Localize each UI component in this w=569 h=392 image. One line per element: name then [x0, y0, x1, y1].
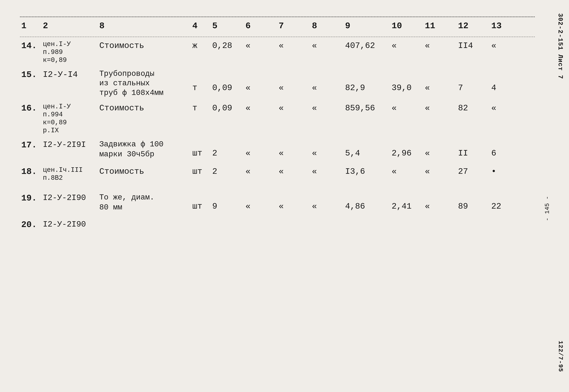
cell-c12: 7: [457, 69, 490, 93]
cell-c12: 27: [457, 166, 490, 177]
table-row: 17. I2-У-2I9I Задвижка ф 100 марки 30ч5б…: [20, 140, 535, 161]
cell-num: 20.: [20, 219, 42, 231]
cell-c12: 89: [457, 193, 490, 212]
cell-code: I2-У-2I9I: [42, 140, 98, 150]
cell-c6: «: [244, 40, 277, 51]
cell-qty: 2: [211, 166, 244, 177]
cell-c11: «: [423, 103, 457, 113]
cell-c6: «: [244, 166, 277, 177]
cell-c13: 6: [490, 140, 523, 159]
col-header-3: 8: [98, 20, 191, 32]
cell-qty: 0,09: [211, 69, 244, 93]
cell-c9: 5,4: [344, 140, 390, 159]
cell-c11: «: [423, 69, 457, 93]
cell-c9: 4,86: [344, 193, 390, 212]
cell-c11: «: [423, 193, 457, 212]
cell-c6: «: [244, 69, 277, 93]
table-row: 18. цен.Iч.III п.8В2 Стоимость шт 2 « « …: [20, 166, 535, 188]
table-row: 15. I2-У-I4 Трубопроводы из стальных тру…: [20, 69, 535, 98]
cell-c10: «: [390, 40, 423, 51]
cell-c13: «: [490, 40, 523, 51]
cell-c11: «: [423, 140, 457, 159]
cell-num: 16.: [20, 103, 42, 114]
col-header-13: 13: [490, 20, 523, 32]
table-row: 14. цен.I-У п.989 к=0,89 Стоимость ж 0,2…: [20, 40, 535, 64]
col-header-6: 6: [244, 20, 277, 32]
table-row: 16. цен.I-У п.994 к=0,89 р.IX Стоимость …: [20, 103, 535, 135]
cell-c7: «: [277, 40, 311, 51]
cell-c13: •: [490, 166, 523, 177]
cell-c11: «: [423, 166, 457, 177]
cell-qty: 2: [211, 140, 244, 159]
cell-desc: Стоимость: [98, 103, 191, 113]
cell-c13: 4: [490, 69, 523, 93]
cell-desc: Трубопроводы из стальных труб ф 108х4мм: [98, 69, 191, 98]
cell-c12: II4: [457, 40, 490, 51]
cell-c7: «: [277, 193, 311, 212]
page: 302-2-151 Лист 7 122/7-95 - 145 - 1 2 8 …: [0, 0, 569, 392]
cell-c7: «: [277, 140, 311, 159]
table-row: 19. I2-У-2I90 То же, диам. 80 мм шт 9 « …: [20, 193, 535, 214]
cell-qty: 9: [211, 193, 244, 212]
col-header-12: 12: [457, 20, 490, 32]
cell-c13: 22: [490, 193, 523, 212]
cell-num: 14.: [20, 40, 42, 52]
top-dashed-line: [20, 17, 535, 17]
cell-c8: «: [311, 193, 344, 212]
cell-unit: шт: [191, 166, 211, 177]
cell-c9: I3,6: [344, 166, 390, 177]
cell-c10: 2,96: [390, 140, 423, 159]
cell-num: 17.: [20, 140, 42, 151]
cell-c7: «: [277, 166, 311, 177]
cell-code: цен.Iч.III п.8В2: [42, 166, 98, 182]
col-header-8: 8: [311, 20, 344, 32]
cell-c9: 859,56: [344, 103, 390, 113]
header-separator: [20, 37, 535, 37]
col-header-5: 5: [211, 20, 244, 32]
cell-num: 18.: [20, 166, 42, 177]
cell-c8: «: [311, 69, 344, 93]
cell-c6: «: [244, 140, 277, 159]
side-label-bottom: 122/7-95: [557, 341, 564, 372]
cell-c9: 82,9: [344, 69, 390, 93]
col-header-10: 10: [390, 20, 423, 32]
cell-desc: То же, диам. 80 мм: [98, 193, 191, 213]
cell-c7: «: [277, 103, 311, 113]
cell-code: I2-У-2I90: [42, 193, 98, 203]
cell-c10: 39,0: [390, 69, 423, 93]
cell-qty: 0,09: [211, 103, 244, 113]
cell-num: 15.: [20, 69, 42, 81]
col-header-4: 4: [191, 20, 211, 32]
col-header-11: 11: [423, 20, 457, 32]
cell-c9: 407,62: [344, 40, 390, 51]
cell-unit: т: [191, 103, 211, 113]
cell-unit: шт: [191, 193, 211, 212]
cell-c8: «: [311, 166, 344, 177]
cell-c8: «: [311, 103, 344, 113]
cell-qty: 0,28: [211, 40, 244, 51]
col-header-2: 2: [42, 20, 98, 32]
cell-c6: «: [244, 103, 277, 113]
cell-c10: 2,41: [390, 193, 423, 212]
cell-c8: «: [311, 40, 344, 51]
cell-unit: шт: [191, 140, 211, 159]
cell-c12: 82: [457, 103, 490, 113]
cell-num: 19.: [20, 193, 42, 204]
col-header-1: 1: [20, 20, 42, 32]
col-header-9: 9: [344, 20, 390, 32]
cell-code: цен.I-У п.989 к=0,89: [42, 40, 98, 64]
cell-unit: ж: [191, 40, 211, 51]
cell-code: I2-У-2I90: [42, 219, 98, 229]
side-label-top: 302-2-151 Лист 7: [556, 13, 564, 79]
cell-c12: II: [457, 140, 490, 159]
table-area: 14. цен.I-У п.989 к=0,89 Стоимость ж 0,2…: [20, 40, 535, 241]
cell-code: I2-У-I4: [42, 69, 98, 80]
cell-c13: «: [490, 103, 523, 113]
header-row: 1 2 8 4 5 6 7 8 9 10 11 12 13: [20, 19, 535, 32]
cell-desc: Задвижка ф 100 марки 30ч5бр: [98, 140, 191, 159]
cell-desc: Стоимость: [98, 40, 191, 51]
cell-c7: «: [277, 69, 311, 93]
cell-c10: «: [390, 103, 423, 113]
cell-unit: т: [191, 69, 211, 93]
cell-c10: «: [390, 166, 423, 177]
